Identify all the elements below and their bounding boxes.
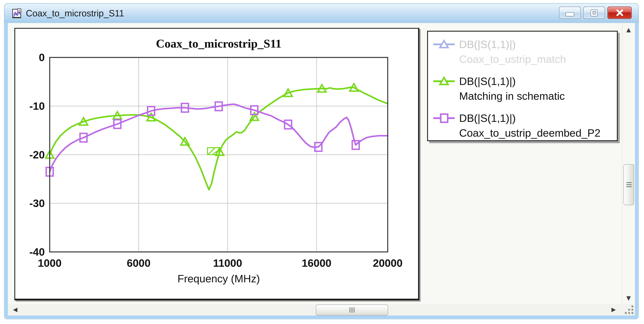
restore-button[interactable] — [583, 6, 605, 19]
scroll-down-icon[interactable]: ▼ — [622, 295, 635, 301]
legend-source: Matching in schematic — [459, 89, 565, 103]
legend-measurement: DB(|S(1,1)|) — [459, 74, 565, 89]
minimize-icon — [566, 12, 574, 16]
x-tick-label: 6000 — [127, 257, 150, 269]
legend-entry-label: DB(|S(1,1)|) Coax_to_ustrip_deembed_P2 — [459, 111, 600, 140]
chart-panel: Coax_to_microstrip_S110-10-20-30-4010006… — [14, 28, 419, 300]
scroll-left-icon[interactable]: ◀ — [10, 306, 20, 313]
x-tick-label: 20000 — [373, 257, 403, 269]
legend-source: Coax_to_ustrip_match — [459, 52, 566, 66]
legend-entry-coax-to-ustrip-deembed-p2[interactable]: DB(|S(1,1)|) Coax_to_ustrip_deembed_P2 — [432, 111, 617, 140]
legend-entry-matching-in-schematic[interactable]: DB(|S(1,1)|) Matching in schematic — [432, 74, 617, 103]
legend: DB(|S(1,1)|) Coax_to_ustrip_match DB(|S(… — [427, 31, 618, 141]
close-icon — [616, 9, 624, 16]
y-tick-label: -20 — [29, 149, 45, 161]
minimize-button[interactable] — [559, 6, 581, 19]
x-tick-label: 11000 — [213, 257, 242, 269]
legend-measurement: DB(|S(1,1)|) — [459, 111, 600, 126]
scroll-right-icon[interactable]: ▶ — [609, 306, 618, 313]
legend-entry-coax-to-ustrip-match[interactable]: DB(|S(1,1)|) Coax_to_ustrip_match — [432, 37, 617, 66]
window-controls — [559, 6, 632, 19]
legend-marker-square-purple-icon — [432, 111, 456, 126]
legend-entry-label: DB(|S(1,1)|) Coax_to_ustrip_match — [459, 37, 566, 66]
y-tick-label: -30 — [29, 197, 45, 209]
graph-document-icon — [12, 8, 22, 18]
x-tick-label: 16000 — [302, 257, 332, 269]
x-tick-label: 1000 — [38, 257, 62, 269]
legend-measurement: DB(|S(1,1)|) — [459, 37, 566, 52]
title-bar[interactable]: Coax_to_microstrip_S11 — [4, 4, 638, 23]
legend-marker-triangle-disabled-icon — [432, 37, 456, 52]
client-area: Coax_to_microstrip_S110-10-20-30-4010006… — [8, 23, 635, 315]
window-title: Coax_to_microstrip_S11 — [26, 8, 124, 18]
chart-title: Coax_to_microstrip_S11 — [156, 37, 282, 50]
restore-icon — [591, 9, 598, 16]
horizontal-scroll-thumb[interactable] — [316, 305, 388, 316]
vertical-scroll-thumb[interactable] — [624, 164, 634, 205]
resize-grip[interactable] — [624, 305, 634, 315]
chart-svg: Coax_to_microstrip_S110-10-20-30-4010006… — [15, 29, 416, 297]
legend-marker-triangle-green-icon — [432, 74, 456, 89]
y-tick-label: -10 — [29, 100, 45, 112]
vertical-scrollbar[interactable]: ▲ ▼ — [622, 23, 635, 304]
scroll-up-icon[interactable]: ▲ — [622, 26, 635, 33]
x-axis-label: Frequency (MHz) — [178, 273, 260, 285]
close-button[interactable] — [608, 6, 632, 19]
legend-entry-label: DB(|S(1,1)|) Matching in schematic — [459, 74, 565, 103]
y-tick-label: 0 — [39, 51, 45, 63]
legend-source: Coax_to_ustrip_deembed_P2 — [459, 125, 600, 140]
graph-window: Coax_to_microstrip_S11 Coax_to_microstri… — [4, 4, 638, 319]
y-tick-label: -40 — [29, 246, 45, 258]
horizontal-scrollbar[interactable]: ◀ ▶ — [8, 304, 635, 316]
